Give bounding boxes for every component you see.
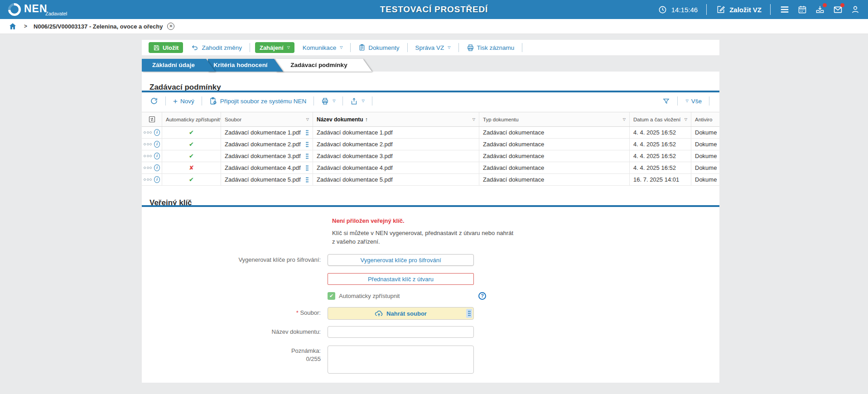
- file-name: Zadávací dokumentace 2.pdf: [225, 141, 301, 148]
- column-header-type[interactable]: Typ dokumentu ▽: [479, 112, 630, 126]
- help-icon[interactable]: ?: [478, 292, 486, 300]
- user-icon[interactable]: [850, 4, 861, 15]
- document-type: Zadávací dokumentace: [479, 174, 630, 185]
- document-name: Zadávací dokumentace 4.pdf: [313, 162, 479, 173]
- chevron-down-icon: ▽: [686, 99, 689, 103]
- admin-vz-menu[interactable]: Správa VZ ▽: [413, 44, 453, 52]
- show-all-filter[interactable]: ▽ Vše: [682, 97, 704, 105]
- home-icon[interactable]: [9, 22, 17, 30]
- downloads-tray-icon[interactable]: [815, 4, 825, 15]
- table-row[interactable]: i ✔ Zadávací dokumentace 1.pdf Zadávací …: [142, 127, 719, 139]
- print-grid-button[interactable]: ▽: [318, 97, 338, 106]
- row-actions-icon[interactable]: [144, 155, 152, 157]
- row-actions-icon[interactable]: [144, 178, 152, 181]
- divider: [372, 96, 372, 106]
- refresh-button[interactable]: [147, 96, 161, 106]
- tab-zakladni-udaje[interactable]: Základní údaje: [142, 59, 215, 72]
- generate-keys-button[interactable]: Vygenerovat klíče pro šifrování: [328, 254, 474, 266]
- row-actions-icon[interactable]: [144, 143, 152, 145]
- filter-icon[interactable]: ▽: [685, 117, 687, 121]
- top-header: NEN Zadavatel TESTOVACÍ PROSTŘEDÍ 14:15:…: [0, 0, 868, 19]
- row-actions-icon[interactable]: [144, 167, 152, 169]
- close-record-icon[interactable]: ✕: [167, 23, 174, 30]
- document-type: Zadávací dokumentace: [479, 139, 630, 150]
- cloud-upload-icon: [375, 310, 383, 317]
- breadcrumb-record[interactable]: N006/25/V00003137 - Zelenina, ovoce a oř…: [34, 23, 163, 30]
- export-button[interactable]: ▽: [347, 97, 367, 106]
- info-icon[interactable]: i: [154, 129, 160, 136]
- communication-menu[interactable]: Komunikace ▽: [300, 44, 345, 52]
- info-icon[interactable]: i: [154, 141, 160, 148]
- filter-icon[interactable]: ▽: [623, 117, 626, 121]
- note-textarea[interactable]: [328, 346, 474, 374]
- action-toolbar: Uložit Zahodit změny Zahájení ▽ Komunika…: [142, 40, 719, 55]
- start-procedure-button[interactable]: Zahájení ▽: [255, 42, 294, 53]
- table-row[interactable]: i ✘ Zadávací dokumentace 4.pdf Zadávací …: [142, 162, 719, 174]
- divider: [250, 43, 250, 52]
- document-name: Zadávací dokumentace 2.pdf: [313, 139, 479, 150]
- check-icon: ✔: [189, 129, 194, 136]
- menu-icon[interactable]: [779, 4, 790, 15]
- table-row[interactable]: i ✔ Zadávací dokumentace 2.pdf Zadávací …: [142, 139, 719, 150]
- antivirus-status: Dokume: [691, 150, 719, 162]
- upload-options-icon[interactable]: [466, 309, 472, 318]
- upload-file-button[interactable]: Nahrát soubor: [328, 307, 474, 320]
- filter-button[interactable]: [660, 97, 673, 106]
- document-name-input[interactable]: [328, 326, 474, 338]
- column-header-antivirus[interactable]: Antiviro: [691, 112, 719, 126]
- table-row[interactable]: i ✔ Zadávací dokumentace 3.pdf Zadávací …: [142, 150, 719, 162]
- documents-button[interactable]: Dokumenty: [356, 43, 402, 52]
- clock-widget: 14:15:46: [657, 4, 698, 15]
- drag-dots-icon[interactable]: [305, 141, 309, 148]
- info-icon[interactable]: i: [154, 164, 160, 171]
- divider: [407, 43, 408, 52]
- divider: [202, 96, 202, 106]
- content-panel: Zadávací podmínky + Nový Připojit soubor…: [142, 72, 719, 383]
- info-icon[interactable]: i: [154, 153, 160, 159]
- current-time: 14:15:46: [671, 6, 698, 14]
- column-settings-header[interactable]: [142, 112, 162, 126]
- file-name: Zadávací dokumentace 4.pdf: [225, 164, 301, 171]
- file-name: Zadávací dokumentace 1.pdf: [225, 129, 301, 136]
- column-header-name[interactable]: Název dokumentu ↑ ▽: [313, 112, 479, 126]
- info-icon[interactable]: i: [154, 176, 160, 183]
- drag-dots-icon[interactable]: [305, 130, 309, 136]
- mail-icon[interactable]: [832, 4, 843, 15]
- row-actions-icon[interactable]: [144, 131, 152, 134]
- column-header-date[interactable]: Datum a čas vložení ▽: [630, 112, 691, 126]
- create-vz-button[interactable]: Založit VZ: [715, 4, 762, 15]
- tab-zadavaci-podminky[interactable]: Zadávací podmínky: [276, 59, 372, 72]
- document-name: Zadávací dokumentace 1.pdf: [313, 127, 479, 138]
- drag-dots-icon[interactable]: [305, 177, 309, 183]
- table-row[interactable]: i ✔ Zadávací dokumentace 5.pdf Zadávací …: [142, 174, 719, 186]
- section-rule: [142, 91, 719, 92]
- discard-changes-button[interactable]: Zahodit změny: [188, 43, 245, 52]
- column-header-file[interactable]: Soubor ▽: [221, 112, 313, 126]
- chevron-down-icon: ▽: [448, 46, 450, 49]
- tab-kriteria-hodnoceni[interactable]: Kritéria hodnocení: [208, 59, 283, 72]
- check-icon: ✔: [189, 153, 194, 159]
- save-button[interactable]: Uložit: [149, 42, 183, 53]
- note-label: Poznámka: 0/255: [142, 347, 321, 362]
- generate-keys-label: Vygenerovat klíče pro šifrování:: [142, 256, 321, 263]
- drag-dots-icon[interactable]: [305, 153, 309, 159]
- file-label: * Soubor:: [142, 309, 321, 316]
- breadcrumb-chevron: >: [24, 23, 27, 29]
- filter-icon[interactable]: ▽: [473, 117, 475, 121]
- new-document-button[interactable]: + Nový: [170, 97, 197, 106]
- undo-icon: [191, 44, 199, 52]
- divider: [165, 96, 166, 106]
- calendar-icon[interactable]: [797, 4, 808, 15]
- filter-icon[interactable]: ▽: [306, 117, 309, 121]
- document-type: Zadávací dokumentace: [479, 150, 630, 162]
- column-header-auto[interactable]: Automaticky zpřístupnit ▽: [162, 112, 221, 126]
- antivirus-status: Dokume: [691, 139, 719, 150]
- document-type: Zadávací dokumentace: [479, 127, 630, 138]
- preset-key-button[interactable]: Přednastavit klíč z útvaru: [328, 273, 474, 285]
- document-name: Zadávací dokumentace 3.pdf: [313, 150, 479, 162]
- attach-from-nen-button[interactable]: Připojit soubor ze systému NEN: [207, 96, 309, 106]
- drag-dots-icon[interactable]: [305, 165, 309, 171]
- auto-publish-checkbox[interactable]: ✔: [328, 292, 335, 300]
- print-record-button[interactable]: Tisk záznamu: [464, 43, 517, 52]
- divider: [709, 96, 709, 106]
